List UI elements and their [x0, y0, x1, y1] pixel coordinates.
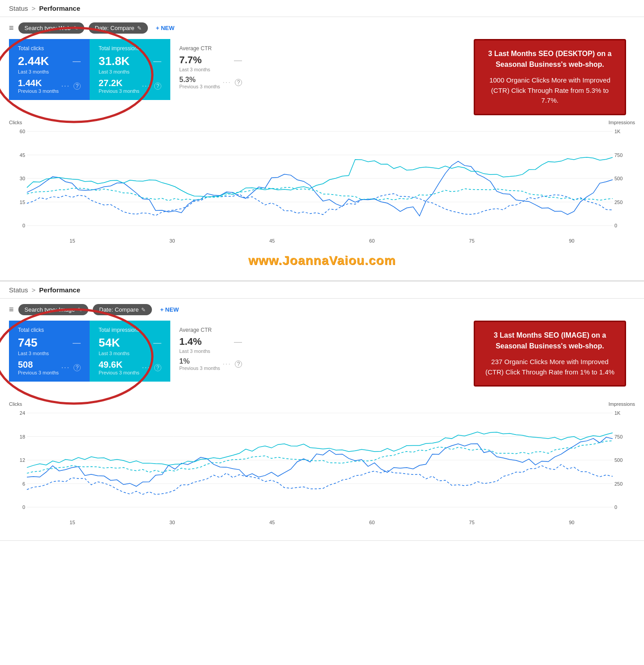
metric-prev-value-clicks: 1.44K: [18, 78, 59, 88]
edit-icon: ✎: [141, 307, 146, 313]
section-image: Status > Performance ≡ Search type: Imag…: [0, 281, 644, 541]
metric-prev-period-ctr: Previous 3 months: [179, 84, 220, 89]
metric-value-impressions: 54K: [99, 336, 120, 350]
chart-area-image: Clicks Impressions 15 30 45 60 75 90: [0, 397, 644, 531]
metric-prev-period-ctr: Previous 3 months: [179, 365, 220, 371]
breadcrumb-sep: >: [32, 4, 36, 12]
annotation-box-desktop: 3 Last Months SEO (DESKTOP) on a Seasona…: [474, 39, 626, 115]
metrics-cards-image: Total clicks 745 — Last 3 months 508 Pre…: [9, 321, 251, 382]
chart-y-right-label: Impressions: [609, 401, 635, 407]
metric-question-icon[interactable]: ?: [154, 83, 161, 90]
metric-question-icon[interactable]: ?: [235, 361, 242, 368]
metric-label-ctr: Average CTR: [179, 45, 242, 52]
search-type-image-chip[interactable]: Search type: Image ✎: [18, 304, 89, 315]
metric-card-ctr-desktop: Average CTR 7.7% — Last 3 months 5.3% Pr…: [170, 39, 251, 100]
filter-icon[interactable]: ≡: [9, 23, 14, 33]
metric-label-impressions: Total impressions: [99, 45, 161, 52]
metric-prev-period-clicks: Previous 3 months: [18, 88, 59, 94]
metric-value-ctr: 1.4%: [179, 336, 202, 348]
chart-canvas-image: [9, 409, 635, 516]
metric-card-ctr-image: Average CTR 1.4% — Last 3 months 1% Prev…: [170, 321, 251, 382]
chip-label: Search type: Web: [25, 25, 71, 31]
metric-prev-value-ctr: 1%: [179, 357, 220, 365]
metric-value-impressions: 31.8K: [99, 54, 130, 68]
metric-prev-period-impressions: Previous 3 months: [99, 88, 139, 94]
annotation-body: 237 Organic Clicks More with Improved (C…: [484, 357, 616, 377]
chip-label: Date: Compare: [95, 25, 134, 31]
new-button-image[interactable]: + NEW: [156, 304, 182, 315]
metric-prev-value-clicks: 508: [18, 360, 59, 370]
toolbar-desktop: ≡ Search type: Web ✎ Date: Compare ✎ + N…: [0, 17, 644, 39]
metric-label-clicks: Total clicks: [18, 45, 81, 52]
chart-y-left-label: Clicks: [9, 120, 22, 125]
chart-canvas-desktop: [9, 127, 635, 235]
metric-card-impressions-desktop: Total impressions 31.8K — Last 3 months …: [90, 39, 170, 100]
metric-value-clicks: 2.44K: [18, 54, 49, 68]
metric-period-impressions: Last 3 months: [99, 351, 161, 356]
metrics-wrapper-desktop: Total clicks 2.44K — Last 3 months 1.44K…: [0, 39, 644, 115]
metric-value-ctr: 7.7%: [179, 54, 202, 66]
date-compare-chip[interactable]: Date: Compare ✎: [89, 22, 148, 34]
metrics-cards-desktop: Total clicks 2.44K — Last 3 months 1.44K…: [9, 39, 251, 100]
metric-prev-value-impressions: 27.2K: [99, 78, 139, 88]
metric-card-impressions-image: Total impressions 54K — Last 3 months 49…: [90, 321, 170, 382]
chart-y-left-label: Clicks: [9, 401, 22, 407]
metric-prev-period-clicks: Previous 3 months: [18, 370, 59, 375]
metric-label-impressions: Total impressions: [99, 327, 161, 333]
chip-label: Date: Compare: [99, 306, 138, 313]
metric-prev-value-impressions: 49.6K: [99, 360, 139, 370]
section-desktop: Status > Performance ≡ Search type: Web …: [0, 0, 644, 281]
metric-question-icon[interactable]: ?: [73, 364, 81, 371]
chart-container-desktop: Clicks Impressions 15 30 45 60 75 90: [9, 120, 635, 245]
breadcrumb-status: Status: [9, 4, 28, 12]
date-compare-chip-image[interactable]: Date: Compare ✎: [93, 304, 152, 315]
filter-icon[interactable]: ≡: [9, 305, 14, 314]
breadcrumb-image: Status > Performance: [0, 282, 644, 299]
chip-label: Search type: Image: [25, 306, 75, 313]
metric-question-icon[interactable]: ?: [235, 79, 242, 86]
breadcrumb-desktop: Status > Performance: [0, 0, 644, 17]
chart-container-image: Clicks Impressions 15 30 45 60 75 90: [9, 401, 635, 527]
metric-prev-period-impressions: Previous 3 months: [99, 370, 139, 375]
metric-label-clicks: Total clicks: [18, 327, 81, 333]
breadcrumb-current: Performance: [39, 286, 80, 294]
metric-card-clicks-image: Total clicks 745 — Last 3 months 508 Pre…: [9, 321, 90, 382]
breadcrumb-sep: >: [32, 286, 36, 294]
watermark: www.JoannaVaiou.com: [0, 250, 644, 271]
metric-period-clicks: Last 3 months: [18, 351, 81, 356]
search-type-web-chip[interactable]: Search type: Web ✎: [18, 22, 84, 34]
metric-value-clicks: 745: [18, 336, 37, 350]
metric-period-impressions: Last 3 months: [99, 69, 161, 74]
annotation-body: 1000 Organic Clicks More with Improved (…: [484, 75, 616, 106]
metric-question-icon[interactable]: ?: [154, 364, 161, 371]
chart-y-right-label: Impressions: [609, 120, 635, 125]
metric-label-ctr: Average CTR: [179, 327, 242, 333]
annotation-title: 3 Last Months SEO (DESKTOP) on a Seasona…: [484, 48, 616, 70]
breadcrumb-current: Performance: [39, 4, 80, 12]
edit-icon: ✎: [73, 25, 78, 31]
new-button[interactable]: + NEW: [152, 22, 178, 34]
metric-period-ctr: Last 3 months: [179, 348, 242, 354]
edit-icon: ✎: [78, 307, 82, 313]
metric-period-ctr: Last 3 months: [179, 67, 242, 72]
chart-area-desktop: Clicks Impressions 15 30 45 60 75 90: [0, 115, 644, 250]
metric-question-icon[interactable]: ?: [73, 83, 81, 90]
annotation-box-image: 3 Last Months SEO (IMAGE) on a Seasonal …: [474, 321, 626, 387]
metrics-wrapper-image: Total clicks 745 — Last 3 months 508 Pre…: [0, 321, 644, 397]
annotation-title: 3 Last Months SEO (IMAGE) on a Seasonal …: [484, 330, 616, 352]
breadcrumb-status: Status: [9, 286, 28, 294]
metric-period-clicks: Last 3 months: [18, 69, 81, 74]
edit-icon: ✎: [137, 25, 142, 31]
metric-prev-value-ctr: 5.3%: [179, 76, 220, 84]
metric-card-clicks-desktop: Total clicks 2.44K — Last 3 months 1.44K…: [9, 39, 90, 100]
toolbar-image: ≡ Search type: Image ✎ Date: Compare ✎ +…: [0, 299, 644, 321]
